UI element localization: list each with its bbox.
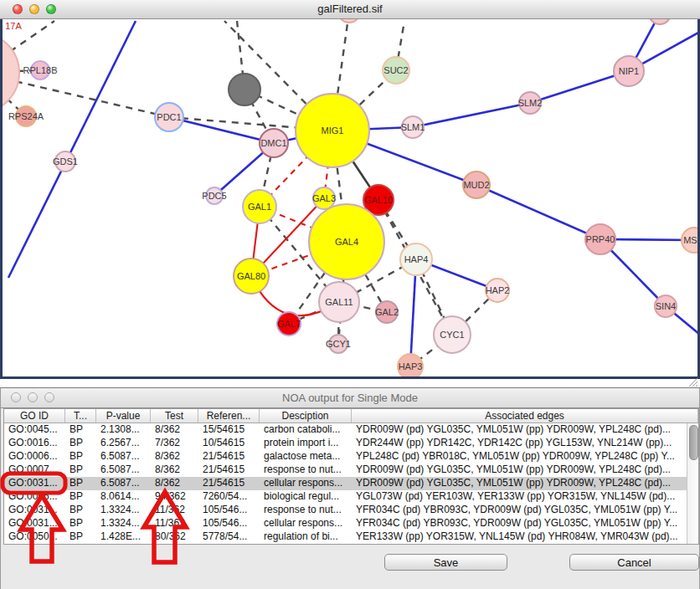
- node-label: NIP1: [619, 66, 639, 76]
- node-label: PDC1: [157, 112, 181, 122]
- minimize-button[interactable]: [28, 392, 38, 402]
- network-node-17a[interactable]: 17A: [5, 21, 22, 31]
- network-node-hap3[interactable]: HAP3: [398, 354, 423, 376]
- network-node-gal2[interactable]: GAL2: [375, 301, 399, 323]
- network-node-dmc1[interactable]: DMC1: [260, 129, 288, 157]
- cell: 5778/54...: [198, 530, 260, 544]
- graph-window-titlebar[interactable]: galFiltered.sif: [0, 0, 700, 19]
- cell: carbon cataboli...: [260, 423, 352, 437]
- column-header-desciption[interactable]: Desciption: [260, 409, 352, 423]
- cell: 8/362: [151, 450, 198, 464]
- network-canvas[interactable]: 17ARPL18BRPS24AGDS1PDC1DMC1MIG1SUC2SLM1S…: [0, 19, 700, 376]
- noa-window-titlebar[interactable]: NOA output for Single Mode: [1, 388, 699, 408]
- node-label: GAL1: [248, 202, 271, 212]
- zoom-button[interactable]: [46, 4, 56, 14]
- network-node-pdc5[interactable]: PDC5: [202, 187, 226, 204]
- noa-output-window: NOA output for Single Mode GO IDT...P-va…: [0, 387, 700, 589]
- network-node-gal11[interactable]: GAL11: [319, 282, 359, 322]
- network-node-top2[interactable]: [649, 19, 671, 24]
- column-header-test[interactable]: Test: [151, 409, 198, 423]
- network-node-top1[interactable]: [338, 19, 360, 23]
- zoom-button[interactable]: [44, 392, 54, 402]
- cell: 80/362: [151, 530, 198, 544]
- cell: BP: [65, 530, 96, 544]
- network-node-sin4[interactable]: SIN4: [655, 295, 677, 317]
- cell: GO:0050...: [4, 530, 65, 544]
- close-button[interactable]: [13, 4, 23, 14]
- vertical-scrollbar[interactable]: [687, 423, 698, 544]
- column-header-referen[interactable]: Referen...: [198, 409, 260, 423]
- table-row[interactable]: GO:0050...BP1.428E...80/3625778/54...reg…: [4, 530, 687, 544]
- table-row[interactable]: GO:0065...BP8.0614...94/3627260/54...bio…: [4, 490, 687, 504]
- minimize-button[interactable]: [29, 4, 39, 14]
- node-label: HAP4: [404, 254, 429, 264]
- cell: 6.5087...: [96, 450, 151, 464]
- network-node-mig1[interactable]: MIG1: [296, 94, 369, 167]
- table-row[interactable]: GO:0045...BP2.1308...8/36215/54615carbon…: [4, 423, 687, 437]
- cell: 21/54615: [198, 450, 260, 464]
- table-row[interactable]: GO:0031...BP1.3324...11/362105/546...res…: [4, 504, 687, 517]
- node-label: HAP3: [399, 361, 423, 371]
- column-header-pvalue[interactable]: P-value: [96, 409, 151, 423]
- column-header-goid[interactable]: GO ID: [4, 409, 65, 423]
- network-node-gds1[interactable]: GDS1: [53, 151, 78, 172]
- network-node-pdc1[interactable]: PDC1: [155, 103, 183, 131]
- node-label: GAL11: [325, 297, 353, 307]
- column-header-associatededges[interactable]: Associated edges: [352, 409, 698, 423]
- network-node-mud2[interactable]: MUD2: [463, 172, 490, 198]
- cell: 6.5087...: [96, 464, 151, 477]
- node-label: RPL18B: [23, 65, 58, 75]
- cell: 7/362: [151, 437, 198, 450]
- network-node-hap4[interactable]: HAP4: [400, 243, 432, 275]
- table-row[interactable]: GO:0031...BP6.5087...8/36221/54615cellul…: [4, 477, 687, 490]
- network-node-rpl18b[interactable]: RPL18B: [23, 61, 58, 79]
- cell: GO:0007...: [4, 464, 65, 477]
- network-node-gal4[interactable]: GAL4: [309, 204, 384, 279]
- node-label: CYC1: [440, 330, 464, 340]
- table-row[interactable]: GO:0016...BP6.2567...7/36210/54615protei…: [4, 437, 687, 450]
- network-node-prp40[interactable]: PRP40: [585, 224, 615, 254]
- node-label: MIG1: [322, 125, 344, 136]
- network-node-cyc1[interactable]: CYC1: [434, 316, 471, 353]
- cell: YDR009W (pd) YGL035C, YML051W (pp) YDR00…: [352, 423, 687, 437]
- network-node-gcy1[interactable]: GCY1: [326, 335, 351, 353]
- node-label: HAP2: [486, 285, 510, 295]
- cell: protein import i...: [260, 437, 352, 450]
- node-label: GAL80: [237, 271, 265, 281]
- close-button[interactable]: [11, 392, 21, 402]
- network-node-hap2[interactable]: HAP2: [486, 279, 510, 302]
- cell: YPL248C (pd) YBR018C, YML051W (pp) YDR00…: [352, 450, 687, 464]
- table-body: GO:0045...BP2.1308...8/36215/54615carbon…: [4, 423, 687, 544]
- network-node-rps24a[interactable]: RPS24A: [8, 106, 44, 126]
- cancel-button[interactable]: Cancel: [569, 554, 699, 571]
- view-frame-left: [0, 19, 3, 379]
- table-row[interactable]: GO:0006...BP6.5087...8/36221/54615galact…: [4, 450, 687, 464]
- network-node-slm2[interactable]: SLM2: [518, 92, 543, 114]
- cell: cellular respons...: [260, 477, 352, 490]
- cell: 11/362: [151, 517, 198, 530]
- network-node-gal3[interactable]: GAL3: [312, 187, 336, 209]
- network-node-nip1[interactable]: NIP1: [614, 56, 644, 86]
- cell: 8/362: [151, 423, 198, 437]
- network-graph[interactable]: 17ARPL18BRPS24AGDS1PDC1DMC1MIG1SUC2SLM1S…: [0, 19, 700, 376]
- table-row[interactable]: GO:0007...BP6.5087...8/36221/54615respon…: [4, 464, 687, 477]
- table-header-row: GO IDT...P-valueTestReferen...Desciption…: [4, 409, 698, 423]
- column-header-t[interactable]: T...: [65, 409, 96, 423]
- resize-grip-icon[interactable]: [684, 378, 697, 387]
- scrollbar-thumb[interactable]: [689, 425, 698, 460]
- node-label: GAL2: [375, 307, 399, 317]
- cell: 11/362: [151, 504, 198, 517]
- network-node-gray[interactable]: [229, 74, 260, 105]
- cell: BP: [65, 464, 96, 477]
- network-node-gal80[interactable]: GAL80: [234, 259, 269, 294]
- save-button[interactable]: Save: [384, 554, 507, 571]
- network-node-gal7[interactable]: GAL7: [277, 312, 301, 335]
- screen: galFiltered.sif 17ARPL18BRPS24AGDS1PDC1D…: [0, 0, 700, 589]
- table-row[interactable]: GO:0031...BP1.3324...11/362105/546...cel…: [4, 517, 687, 530]
- cell: 15/54615: [198, 423, 260, 437]
- network-node-suc2[interactable]: SUC2: [383, 57, 409, 84]
- cell: GO:0031...: [4, 477, 65, 490]
- network-node-gal1[interactable]: GAL1: [243, 190, 276, 223]
- node-label: GAL4: [335, 237, 358, 247]
- network-node-slm1[interactable]: SLM1: [401, 116, 425, 138]
